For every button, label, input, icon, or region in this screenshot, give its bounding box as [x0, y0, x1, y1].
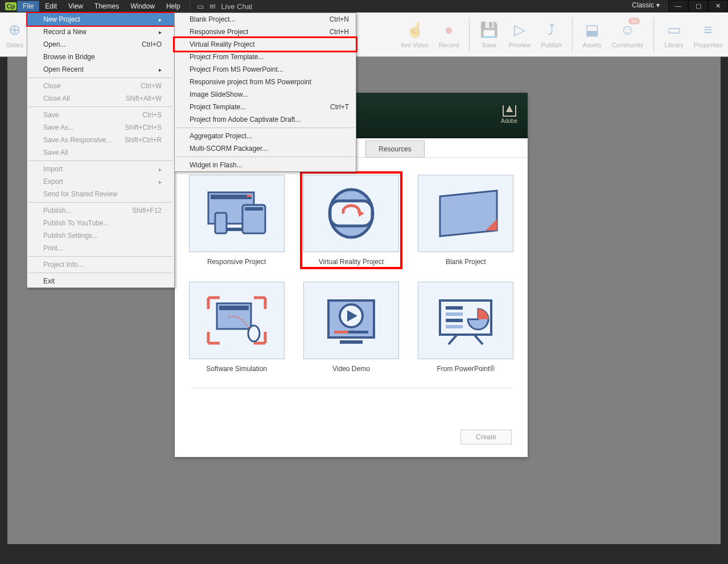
publish-button[interactable]: ⤴Publish	[541, 21, 562, 48]
svg-rect-5	[245, 207, 263, 211]
menu-item-exit[interactable]: Exit	[27, 275, 174, 287]
menu-item-label: Project From Template...	[190, 53, 264, 61]
menu-themes[interactable]: Themes	[89, 1, 125, 12]
menu-item-print: Print...	[27, 242, 174, 254]
menu-window[interactable]: Window	[125, 1, 161, 12]
record-button[interactable]: ●Record	[439, 21, 459, 48]
menu-item-save-as: Save As...Shift+Ctrl+S	[27, 121, 174, 134]
devices-icon[interactable]: ▭	[197, 2, 204, 11]
submenu-item-image-slideshow[interactable]: Image SlideShow...	[175, 88, 356, 101]
divider	[191, 388, 512, 388]
submenu-item-project-from-template[interactable]: Project From Template...	[175, 51, 356, 63]
library-button[interactable]: ▭Library	[664, 21, 684, 48]
menu-item-label: Project Template...	[190, 103, 246, 111]
menu-item-new-project[interactable]: New Project▸	[27, 13, 174, 26]
workspace-switcher[interactable]: Classic▾	[632, 1, 660, 9]
menu-item-label: Save	[43, 111, 59, 119]
card-vr-project[interactable]: Virtual Reality Project	[303, 175, 399, 266]
menu-item-label: Aggregator Project...	[190, 132, 252, 140]
submenu-item-widget-in-flash[interactable]: Widget in Flash...	[175, 159, 356, 171]
library-icon: ▭	[665, 21, 683, 39]
menu-item-open-recent[interactable]: Open Recent▸	[27, 63, 174, 76]
minimize-button[interactable]: —	[668, 0, 688, 11]
create-button[interactable]: Create	[460, 430, 512, 444]
submenu-item-project-from-adobe-captivate-draft[interactable]: Project from Adobe Captivate Draft...	[175, 113, 356, 126]
menu-item-label: Virtual Reality Project	[190, 40, 255, 48]
community-button[interactable]: ☺12Community	[612, 21, 644, 48]
save-button[interactable]: 💾Save	[480, 21, 498, 48]
menu-item-label: Project Info...	[43, 261, 84, 269]
menu-item-save-all: Save All	[27, 146, 174, 159]
svg-line-27	[474, 335, 483, 344]
card-video-demo[interactable]: Video Demo	[303, 282, 399, 373]
svg-rect-8	[330, 201, 372, 226]
submenu-item-responsive-project-from-ms-powerpoint[interactable]: Responsive project from MS Powerpoint	[175, 76, 356, 88]
submenu-item-virtual-reality-project[interactable]: Virtual Reality Project	[175, 38, 356, 51]
menu-help[interactable]: Help	[161, 1, 186, 12]
menu-item-label: Browse in Bridge	[43, 53, 95, 61]
touch-icon: ☝	[406, 21, 424, 39]
window-controls: — ▢ ✕	[668, 0, 728, 11]
menu-view[interactable]: View	[63, 1, 89, 12]
slides-button[interactable]: ⊕Slides	[6, 21, 24, 48]
menu-item-close-all: Close AllShift+Alt+W	[27, 92, 174, 105]
menu-item-browse-in-bridge[interactable]: Browse in Bridge	[27, 51, 174, 63]
menu-item-send-for-shared-review: Send for Shared Review	[27, 188, 174, 200]
card-label: From PowerPoint®	[418, 365, 513, 373]
menu-file[interactable]: File	[17, 1, 39, 12]
menu-item-label: Publish...	[43, 207, 71, 215]
svg-point-14	[248, 326, 260, 341]
assets-button[interactable]: ⬓Assets	[583, 21, 602, 48]
maximize-button[interactable]: ▢	[688, 0, 708, 11]
menu-edit[interactable]: Edit	[39, 1, 63, 12]
tab-resources[interactable]: Resources	[365, 141, 424, 158]
hamburger-icon: ≡	[699, 21, 717, 39]
menu-item-label: Save All	[43, 149, 68, 157]
menu-item-label: Import	[43, 165, 63, 173]
vr-icon	[320, 185, 382, 242]
menu-item-shortcut: Ctrl+H	[330, 28, 349, 36]
mail-icon[interactable]: ✉	[209, 2, 216, 11]
menu-separator	[190, 1, 190, 11]
menu-item-shortcut: ▸	[159, 29, 162, 35]
menu-divider	[176, 127, 355, 128]
close-button[interactable]: ✕	[708, 0, 728, 11]
submenu-item-project-template[interactable]: Project Template...Ctrl+T	[175, 101, 356, 113]
menu-item-label: Blank Project...	[190, 15, 236, 23]
menu-divider	[28, 106, 173, 107]
live-chat-link[interactable]: Live Chat	[221, 2, 253, 11]
preview-button[interactable]: ▷Preview	[508, 21, 530, 48]
menu-divider	[176, 157, 355, 157]
menu-item-label: Print...	[43, 244, 63, 252]
properties-button[interactable]: ≡Properties	[694, 21, 722, 48]
toolbar-separator	[572, 18, 573, 52]
submenu-item-aggregator-project[interactable]: Aggregator Project...	[175, 130, 356, 142]
menu-item-publish: Publish...Shift+F12	[27, 204, 174, 217]
plus-icon: ⊕	[6, 21, 24, 39]
card-responsive-project[interactable]: Responsive Project	[189, 175, 285, 266]
card-from-powerpoint[interactable]: From PowerPoint®	[418, 282, 513, 373]
submenu-item-multi-scorm-packager[interactable]: Multi-SCORM Packager...	[175, 142, 356, 155]
interactive-video-button[interactable]: ☝tive Video	[401, 21, 429, 48]
menu-item-label: Multi-SCORM Packager...	[190, 145, 268, 153]
menu-item-shortcut: Ctrl+W	[141, 82, 162, 90]
menu-item-label: Save As...	[43, 123, 74, 131]
menu-divider	[28, 202, 173, 203]
toolbar-separator	[469, 18, 470, 52]
menu-item-record-a-new[interactable]: Record a New▸	[27, 26, 174, 38]
card-blank-project[interactable]: Blank Project	[418, 175, 513, 266]
menu-item-shortcut: Shift+Ctrl+S	[125, 123, 162, 131]
submenu-item-responsive-project[interactable]: Responsive ProjectCtrl+H	[175, 26, 356, 38]
menu-item-label: Publish Settings...	[43, 232, 98, 240]
card-software-simulation[interactable]: Software Simulation	[189, 282, 285, 373]
menu-item-label: Close	[43, 82, 61, 90]
card-label: Software Simulation	[189, 365, 285, 373]
submenu-item-project-from-ms-powerpoint[interactable]: Project From MS PowerPoint...	[175, 63, 356, 76]
submenu-item-blank-project[interactable]: Blank Project...Ctrl+N	[175, 13, 356, 26]
menu-item-export: Export▸	[27, 175, 174, 188]
menu-item-open[interactable]: Open...Ctrl+O	[27, 38, 174, 51]
play-icon: ▷	[511, 21, 529, 39]
menu-item-shortcut: ▸	[159, 17, 162, 23]
card-label: Virtual Reality Project	[303, 258, 399, 266]
svg-rect-22	[446, 306, 463, 310]
